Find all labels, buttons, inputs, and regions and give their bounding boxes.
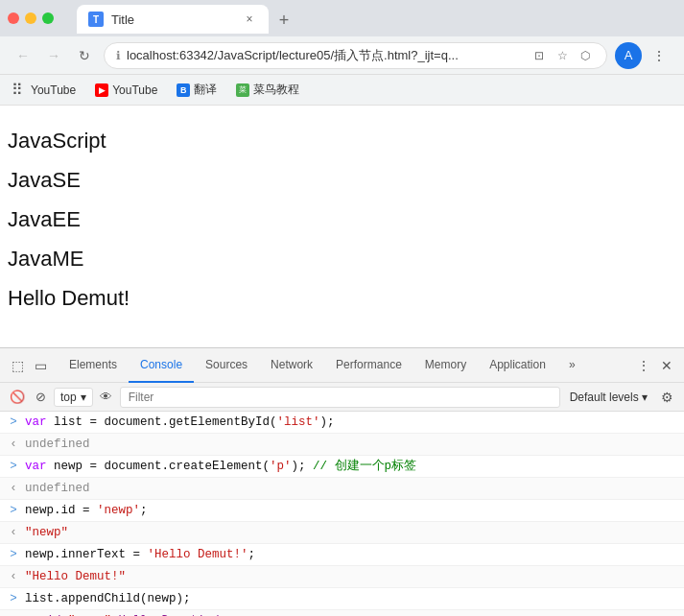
- new-tab-button[interactable]: +: [271, 7, 297, 34]
- tab-sources[interactable]: Sources: [194, 348, 259, 383]
- url-actions: ⊡ ☆ ⬡: [530, 46, 595, 65]
- security-icon: ℹ: [116, 49, 121, 62]
- devtools-panel: ⬚ ▭ Elements Console Sources Network Per…: [0, 347, 684, 616]
- console-line: > var list = document.getElementById('li…: [0, 412, 684, 434]
- page-line-1: JavaScript: [8, 121, 684, 160]
- page-line-5: Hello Demut!: [8, 278, 684, 318]
- window-controls: [8, 12, 54, 24]
- console-toolbar: 🚫 ⊘ top ▾ 👁 Default levels ▾ ⚙: [0, 383, 684, 412]
- devtools-close-icon[interactable]: ✕: [657, 356, 676, 375]
- toolbar-right: A ⋮: [615, 42, 672, 69]
- bookmark-translate[interactable]: B 翻译: [169, 78, 224, 102]
- translate-bm-icon: B: [177, 83, 190, 97]
- maximize-button[interactable]: [42, 12, 54, 24]
- prompt-input-icon: >: [8, 502, 19, 519]
- devtools-inspect-icon[interactable]: ⬚: [8, 356, 27, 375]
- prompt-input-icon: >: [8, 414, 19, 431]
- tab-title: Title: [111, 12, 134, 27]
- eye-icon[interactable]: 👁: [97, 388, 116, 407]
- tab-bar: T Title × +: [69, 3, 305, 34]
- devtools-icons: ⬚ ▭: [8, 356, 50, 375]
- console-line: > newp.id = 'newp';: [0, 500, 684, 522]
- bookmark-star-icon[interactable]: ☆: [553, 46, 572, 65]
- prompt-input-icon: >: [8, 590, 19, 607]
- tab-network[interactable]: Network: [259, 348, 324, 383]
- back-button[interactable]: ←: [12, 44, 35, 67]
- apps-icon[interactable]: ⠿: [12, 81, 23, 99]
- bookmarks-bar: ⠿ YouTube ▶ YouTube B 翻译 菜 菜鸟教程: [0, 75, 684, 106]
- source-link: https://blog.csdn.net/qq_44958172: [471, 612, 680, 616]
- prompt-output-icon: ‹: [8, 612, 19, 616]
- bookmark-runoob[interactable]: 菜 菜鸟教程: [228, 78, 307, 102]
- prompt-input-icon: >: [8, 546, 19, 563]
- prompt-output-icon: ‹: [8, 524, 19, 541]
- console-line: ‹ undefined: [0, 434, 684, 456]
- page-content: JavaScript JavaSE JavaEE JavaME Hello De…: [0, 106, 684, 347]
- devtools-more-icon[interactable]: ⋮: [634, 356, 653, 375]
- levels-button[interactable]: Default levels ▾: [564, 389, 653, 406]
- tab-close-button[interactable]: ×: [242, 12, 257, 27]
- tab-application[interactable]: Application: [478, 348, 557, 383]
- console-line: ‹ "Hello Demut!": [0, 566, 684, 588]
- extension-icon[interactable]: ⬡: [576, 46, 595, 65]
- more-button[interactable]: ⋮: [646, 42, 672, 69]
- page-line-4: JavaME: [8, 239, 684, 278]
- devtools-tabs: Elements Console Sources Network Perform…: [58, 348, 634, 383]
- page-line-3: JavaEE: [8, 200, 684, 239]
- browser-window: T Title × + ← → ↻ ℹ localhost:63342/Java…: [0, 0, 684, 616]
- tab-favicon: T: [88, 12, 104, 27]
- tab-memory[interactable]: Memory: [413, 348, 478, 383]
- console-line: ‹ <p id="newp">Hello Demut!</p> https://…: [0, 610, 684, 616]
- page-line-2: JavaSE: [8, 160, 684, 200]
- refresh-button[interactable]: ↻: [73, 44, 96, 67]
- prompt-input-icon: >: [8, 458, 19, 475]
- console-line: > list.appendChild(newp);: [0, 588, 684, 610]
- console-line: > var newp = document.createElement('p')…: [0, 456, 684, 478]
- tab-elements[interactable]: Elements: [58, 348, 129, 383]
- profile-avatar[interactable]: A: [615, 42, 642, 69]
- bookmark-translate-label: 翻译: [194, 82, 217, 98]
- apps-label[interactable]: YouTube: [31, 83, 76, 97]
- settings-icon[interactable]: ⚙: [657, 388, 676, 407]
- context-value: top: [60, 391, 77, 404]
- bookmark-youtube-label: YouTube: [112, 83, 157, 97]
- browser-tab[interactable]: T Title ×: [77, 5, 269, 34]
- tab-more[interactable]: »: [557, 348, 587, 383]
- context-arrow: ▾: [81, 391, 86, 404]
- profile-button[interactable]: A: [615, 42, 642, 69]
- bookmark-runoob-label: 菜鸟教程: [253, 82, 299, 98]
- bookmark-youtube[interactable]: ▶ YouTube: [87, 80, 165, 101]
- forward-button[interactable]: →: [42, 44, 65, 67]
- youtube-icon: ▶: [95, 83, 108, 97]
- minimize-button[interactable]: [25, 12, 36, 24]
- close-button[interactable]: [8, 12, 19, 24]
- prompt-output-icon: ‹: [8, 436, 19, 453]
- console-line: > newp.innerText = 'Hello Demut!';: [0, 544, 684, 566]
- filter-input[interactable]: [120, 387, 560, 408]
- console-line: ‹ "newp": [0, 522, 684, 544]
- devtools-device-icon[interactable]: ▭: [31, 356, 50, 375]
- console-line: ‹ undefined: [0, 478, 684, 500]
- console-filter-icon[interactable]: ⊘: [31, 388, 50, 407]
- context-select[interactable]: top ▾: [54, 388, 93, 407]
- translate-icon[interactable]: ⊡: [530, 46, 549, 65]
- levels-label: Default levels ▾: [570, 391, 648, 404]
- console-output[interactable]: > var list = document.getElementById('li…: [0, 412, 684, 616]
- runoob-icon: 菜: [236, 83, 249, 97]
- devtools-header: ⬚ ▭ Elements Console Sources Network Per…: [0, 348, 684, 383]
- devtools-right-icons: ⋮ ✕: [634, 356, 676, 375]
- console-clear-icon[interactable]: 🚫: [8, 388, 27, 407]
- tab-performance[interactable]: Performance: [324, 348, 413, 383]
- tab-console[interactable]: Console: [129, 348, 194, 383]
- prompt-output-icon: ‹: [8, 568, 19, 585]
- url-bar[interactable]: ℹ localhost:63342/JavaScript/lecture05/插…: [104, 42, 607, 69]
- address-bar: ← → ↻ ℹ localhost:63342/JavaScript/lectu…: [0, 36, 684, 75]
- title-bar: T Title × +: [0, 0, 684, 36]
- url-text: localhost:63342/JavaScript/lecture05/插入节…: [127, 47, 524, 64]
- prompt-output-icon: ‹: [8, 480, 19, 497]
